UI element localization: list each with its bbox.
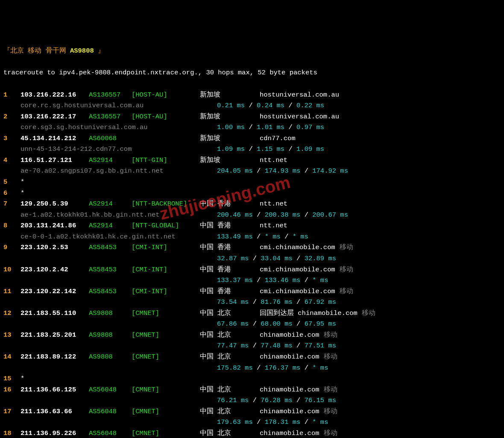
- hop-tag: [NTT-GLOBAL]: [132, 220, 200, 232]
- hop-asn: AS60068: [89, 133, 132, 144]
- hop-location: 中国 北京: [200, 428, 260, 438]
- hop-latency: 176.37 ms: [265, 364, 301, 372]
- hop-ip: 211.136.66.125: [21, 385, 89, 396]
- hop-tag: [NTT-BACKBONE]: [132, 199, 200, 210]
- hop-latency: 32.89 ms: [305, 255, 336, 262]
- hop-number: 12: [3, 308, 21, 319]
- hop-latency: * ms: [312, 364, 328, 372]
- hop-location: 中国 北京: [200, 330, 260, 341]
- hop-extra: 移动: [324, 386, 337, 394]
- hop-extra: 移动: [340, 244, 353, 251]
- hop-detail-row: 175.82 ms / 176.37 ms / * ms: [3, 363, 501, 374]
- hop-ip: 45.134.214.212: [21, 133, 89, 144]
- hop-latency: 133.37 ms: [217, 276, 253, 284]
- hop-location: 中国 北京: [200, 406, 260, 417]
- hop-number: 8: [3, 220, 21, 232]
- hop-latencies: 32.87 ms / 33.04 ms / 32.89 ms: [217, 253, 336, 265]
- hop-row-timeout: 15*: [3, 373, 501, 385]
- trace-command: traceroute to ipv4.pek-9808.endpoint.nxt…: [3, 68, 501, 79]
- hop-latency: 175.82 ms: [217, 364, 253, 372]
- hop-host: chinamobile.com: [260, 331, 319, 339]
- hop-tag: [CMI-INT]: [132, 242, 200, 253]
- hop-tag: [CMNET]: [132, 385, 200, 396]
- hop-ip: *: [21, 178, 24, 186]
- hop-number: 9: [3, 242, 21, 253]
- hop-detail-row: 77.47 ms / 77.48 ms / 77.51 ms: [3, 341, 501, 352]
- hop-extra: 移动: [324, 429, 337, 437]
- hop-latencies: 175.82 ms / 176.37 ms / * ms: [217, 363, 328, 374]
- hop-tag: [CMNET]: [132, 352, 200, 363]
- hop-row-timeout: 5*: [3, 177, 501, 188]
- hop-ip: 221.183.25.201: [21, 330, 89, 341]
- hop-number: 14: [3, 352, 21, 363]
- hop-latency: 67.95 ms: [305, 320, 336, 328]
- hop-latencies: 1.00 ms / 1.01 ms / 0.97 ms: [217, 122, 324, 133]
- header-suffix: 』: [94, 47, 105, 55]
- hop-latencies: 200.46 ms / 200.38 ms / 200.67 ms: [217, 210, 348, 221]
- hop-latency: 76.28 ms: [261, 397, 292, 404]
- hop-ip: 103.216.222.16: [21, 90, 89, 101]
- hop-asn: AS56048: [89, 406, 132, 417]
- hop-asn: AS2914: [89, 155, 132, 166]
- hop-latency: * ms: [293, 233, 308, 241]
- hop-asn: AS9808: [89, 330, 132, 341]
- hop-latency: 174.92 ms: [312, 167, 348, 175]
- hop-detail-row: 76.21 ms / 76.28 ms / 76.15 ms: [3, 395, 501, 406]
- hop-detail-row: ae-70.a02.sngpsi07.sg.bb.gin.ntt.net204.…: [3, 166, 501, 177]
- hop-tag: [CMNET]: [132, 330, 200, 341]
- hop-row: 17211.136.63.66AS56048[CMNET]中国 北京chinam…: [3, 406, 501, 417]
- hop-extra: 移动: [324, 353, 337, 361]
- hop-ip: 221.183.55.110: [21, 308, 89, 319]
- hop-latency: 68.00 ms: [261, 320, 292, 328]
- hop-extra: 移动: [340, 288, 353, 295]
- hop-host: cmi.chinamobile.com: [260, 266, 335, 273]
- hop-tag: [CMNET]: [132, 308, 200, 319]
- hop-row: 11223.120.22.142AS58453[CMI-INT]中国 香港cmi…: [3, 286, 501, 297]
- hop-latency: * ms: [265, 233, 281, 241]
- hop-asn: AS58453: [89, 286, 132, 297]
- hop-latency: 200.38 ms: [265, 211, 301, 219]
- hop-detail-row: ae-1.a02.tkokhk01.hk.bb.gin.ntt.net200.4…: [3, 210, 501, 221]
- hop-row: 345.134.214.212AS60068新加坡cdn77.com: [3, 133, 501, 144]
- hop-latency: 1.00 ms: [217, 123, 245, 131]
- hop-location: 新加坡: [200, 90, 260, 101]
- hop-number: 10: [3, 265, 21, 276]
- hop-location: 中国 香港: [200, 286, 260, 297]
- hop-ip: 116.51.27.121: [21, 155, 89, 166]
- hop-location: 中国 北京: [200, 308, 260, 319]
- hop-extra: 移动: [324, 331, 337, 339]
- hop-latency: 133.46 ms: [265, 276, 301, 284]
- hop-host: ntt.net: [260, 156, 287, 164]
- hop-ip: 223.120.2.42: [21, 265, 89, 276]
- hop-host: ntt.net: [260, 200, 287, 208]
- hop-latency: 204.05 ms: [217, 167, 253, 175]
- hop-host: cmi.chinamobile.com: [260, 244, 335, 251]
- hop-extra: 移动: [340, 266, 353, 273]
- hop-row-timeout: 6*: [3, 188, 501, 199]
- hop-latency: 1.09 ms: [296, 145, 324, 153]
- hop-detail-row: 67.86 ms / 68.00 ms / 67.95 ms: [3, 319, 501, 330]
- hop-tag: [CMI-INT]: [132, 265, 200, 276]
- hop-tag: [HOST-AU]: [132, 112, 200, 123]
- hop-latencies: 76.21 ms / 76.28 ms / 76.15 ms: [217, 395, 336, 406]
- hop-row: 13221.183.25.201AS9808[CMNET]中国 北京chinam…: [3, 330, 501, 341]
- hop-location: 中国 北京: [200, 352, 260, 363]
- hop-latency: 76.15 ms: [305, 397, 336, 404]
- hop-row: 9223.120.2.53AS58453[CMI-INT]中国 香港cmi.ch…: [3, 242, 501, 253]
- hop-latency: 0.22 ms: [296, 102, 324, 109]
- hop-rdns: unn-45-134-214-212.cdn77.com: [21, 144, 217, 155]
- hop-row: 16211.136.66.125AS56048[CMNET]中国 北京china…: [3, 385, 501, 396]
- hop-location: 新加坡: [200, 155, 260, 166]
- hop-number: 7: [3, 199, 21, 210]
- hop-detail-row: 179.63 ms / 178.31 ms / * ms: [3, 417, 501, 428]
- hop-row: 14221.183.89.122AS9808[CMNET]中国 北京chinam…: [3, 352, 501, 363]
- hop-asn: AS9808: [89, 308, 132, 319]
- hop-host: cdn77.com: [260, 135, 296, 142]
- hop-host: hostuniversal.com.au: [260, 91, 339, 99]
- hop-ip: 221.183.89.122: [21, 352, 89, 363]
- hop-latency: 178.31 ms: [265, 418, 301, 426]
- hop-host: cmi.chinamobile.com: [260, 288, 335, 295]
- hop-ip: 223.120.2.53: [21, 242, 89, 253]
- hop-detail-row: 32.87 ms / 33.04 ms / 32.89 ms: [3, 253, 501, 265]
- hop-asn: AS136557: [89, 112, 132, 123]
